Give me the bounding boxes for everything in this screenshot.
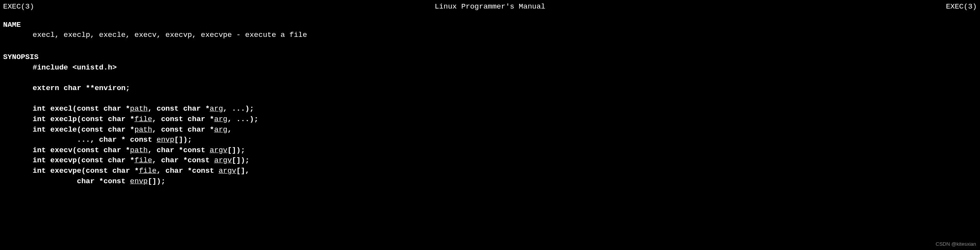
func-text: [], <box>236 167 250 175</box>
func-arg: arg <box>210 104 223 113</box>
func-arg: file <box>134 156 152 165</box>
func-text: char *const <box>77 177 130 186</box>
func-arg: path <box>134 125 152 134</box>
func-arg: file <box>139 167 157 175</box>
func-arg: arg <box>214 125 228 134</box>
blank-line <box>3 73 977 83</box>
func-text: , ...); <box>228 115 259 123</box>
func-text: , <box>228 125 232 134</box>
func-execvpe: int execvpe(const char *file, char *cons… <box>3 166 977 176</box>
func-execvp: int execvp(const char *file, char *const… <box>3 155 977 166</box>
blank-line <box>3 94 977 104</box>
func-text: int execlp(const char * <box>33 115 134 123</box>
func-text: int execvpe(const char * <box>33 167 139 175</box>
func-execle: int execle(const char *path, const char … <box>3 125 977 135</box>
func-text: int execl(const char * <box>33 104 130 113</box>
watermark: CSDN @kitesxian <box>936 241 976 248</box>
func-text: , const char * <box>148 104 210 113</box>
blank-line <box>3 40 977 51</box>
func-text: , ...); <box>223 104 254 113</box>
func-execlp: int execlp(const char *file, const char … <box>3 114 977 125</box>
func-text: , const char * <box>152 115 214 123</box>
func-text: int execvp(const char * <box>33 156 134 165</box>
func-execl: int execl(const char *path, const char *… <box>3 104 977 114</box>
func-text: int execle(const char * <box>33 125 134 134</box>
func-arg: argv <box>214 156 232 165</box>
func-text: , const char * <box>152 125 214 134</box>
section-name-heading: NAME <box>3 20 977 30</box>
func-text: int execv(const char * <box>33 146 130 155</box>
manpage-header: EXEC(3) Linux Programmer's Manual EXEC(3… <box>3 2 977 12</box>
func-arg: argv <box>210 146 228 155</box>
section-synopsis-heading: SYNOPSIS <box>3 52 977 62</box>
func-execv: int execv(const char *path, char *const … <box>3 145 977 156</box>
func-arg: path <box>130 104 148 113</box>
func-text: , char *const <box>156 167 219 175</box>
synopsis-include: #include <unistd.h> <box>3 62 977 73</box>
synopsis-extern: extern char **environ; <box>3 83 977 94</box>
func-execvpe-cont: char *const envp[]); <box>3 176 977 187</box>
func-arg: envp <box>130 177 148 186</box>
func-text: , char *const <box>152 156 214 165</box>
func-arg: path <box>130 146 148 155</box>
header-left: EXEC(3) <box>3 2 34 12</box>
func-text: , char *const <box>148 146 210 155</box>
func-arg: arg <box>214 115 228 123</box>
func-text: []); <box>174 135 192 144</box>
func-text: []); <box>232 156 250 165</box>
func-arg: file <box>134 115 152 123</box>
name-text: execl, execlp, execle, execv, execvp, ex… <box>3 30 977 40</box>
func-arg: argv <box>219 167 236 175</box>
func-text: []); <box>148 177 165 186</box>
func-text: ..., char * const <box>77 135 156 144</box>
func-arg: envp <box>156 135 174 144</box>
header-right: EXEC(3) <box>946 2 977 12</box>
func-execle-cont: ..., char * const envp[]); <box>3 135 977 145</box>
func-text: []); <box>228 146 245 155</box>
header-center: Linux Programmer's Manual <box>434 2 545 12</box>
